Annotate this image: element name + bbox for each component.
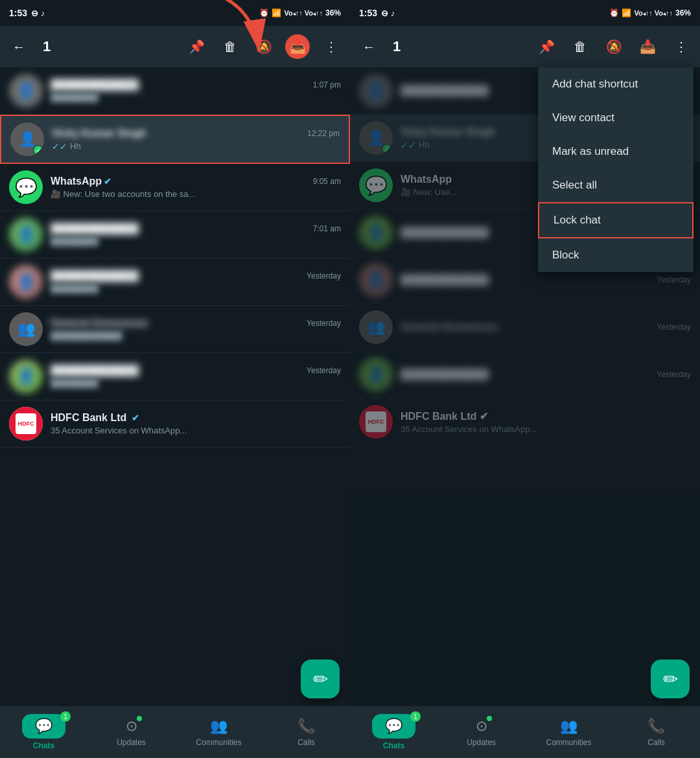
left-panel: 1:53 ⊖ ♪ ⏰ 📶 Vo₄↑↑ Vo₄↑↑ 36% ← 1 📌 🗑 🔕 📥 xyxy=(0,0,350,758)
chat-item[interactable]: 👤 ████████████ 7:01 am ████████ xyxy=(0,211,350,258)
left-status-left: 1:53 ⊖ ♪ xyxy=(9,8,45,18)
chat-content: ████████████ Yesterday xyxy=(401,274,691,286)
chat-name: ████████████ xyxy=(51,365,139,376)
lock-chat-label: Lock chat xyxy=(554,214,601,226)
chat-name: HDFC Bank Ltd ✔ xyxy=(401,410,488,422)
right-back-button[interactable]: ← xyxy=(356,34,381,59)
chat-item[interactable]: 👤 ████████████ 1:07 pm ████████ xyxy=(0,67,350,115)
chat-item-selected[interactable]: 👤 ✓ Vicky Kumar Singh 12:22 pm ✓✓ Hh xyxy=(0,115,350,164)
chat-name: ████████████ xyxy=(401,85,489,97)
right-archive-button[interactable]: 📥 xyxy=(635,34,660,59)
communities-icon: 👥 xyxy=(210,717,228,735)
menu-lock-chat[interactable]: Lock chat xyxy=(538,202,694,238)
chat-item[interactable]: HDFC HDFC Bank Ltd ✔ 35 Account Services… xyxy=(0,400,350,448)
chat-item: HDFC HDFC Bank Ltd ✔ 35 Account Services… xyxy=(350,398,700,446)
chat-header: General Announces Yesterday xyxy=(401,321,691,333)
left-archive-button[interactable]: 📥 xyxy=(285,34,310,59)
menu-select-all[interactable]: Select all xyxy=(538,168,694,202)
chat-header: ████████████ 7:01 am xyxy=(51,223,341,235)
chat-preview-text: 🎥 New: Use... xyxy=(401,187,457,197)
chat-item[interactable]: 💬 WhatsApp✔ 9:05 am 🎥 New: Use two accou… xyxy=(0,164,350,211)
chat-preview-text: ████████ xyxy=(51,378,99,388)
chat-time: Yesterday xyxy=(307,319,341,328)
avatar: 👥 xyxy=(9,312,43,346)
right-updates-label: Updates xyxy=(467,738,496,747)
chat-content: ████████████ 1:07 pm ████████ xyxy=(51,79,341,102)
left-back-button[interactable]: ← xyxy=(6,34,31,59)
avatar: 👥 xyxy=(359,310,393,344)
chat-content: General Announces Yesterday xyxy=(401,321,691,333)
chat-header: HDFC Bank Ltd ✔ xyxy=(51,412,341,424)
right-nav-chats[interactable]: 💬 1 Chats xyxy=(350,709,438,755)
avatar-badge: ✓ xyxy=(33,145,43,155)
right-panel: 1:53 ⊖ ♪ ⏰ 📶 Vo₄↑↑ Vo₄↑↑ 36% ← 1 📌 🗑 🔕 📥 xyxy=(350,0,700,758)
view-contact-label: View contact xyxy=(552,111,614,124)
verified-badge: ✔ xyxy=(104,176,111,187)
group-icon: 👥 xyxy=(18,321,35,338)
chat-item[interactable]: 👤 ████████████ Yesterday ████████ xyxy=(0,353,350,400)
right-nav-communities[interactable]: 👥 Communities xyxy=(525,712,612,752)
chats-label: Chats xyxy=(33,741,54,750)
whatsapp-icon: 💬 xyxy=(365,175,388,196)
block-label: Block xyxy=(552,249,579,261)
right-nav-calls[interactable]: 📞 Calls xyxy=(612,712,700,752)
chat-content: HDFC Bank Ltd ✔ 35 Account Services on W… xyxy=(401,410,691,434)
chat-item[interactable]: 👤 ████████████ Yesterday ████████ xyxy=(0,258,350,306)
menu-block[interactable]: Block xyxy=(538,238,694,272)
right-compose-fab[interactable]: ✏ xyxy=(651,660,690,698)
right-mute-button[interactable]: 🔕 xyxy=(601,34,626,59)
chat-content: ████████████ Yesterday ████████ xyxy=(51,270,341,293)
chat-name: ████████████ xyxy=(51,223,139,235)
left-status-right: ⏰ 📶 Vo₄↑↑ Vo₄↑↑ 36% xyxy=(259,8,341,17)
chat-item: 👤 ████████████ Yesterday xyxy=(350,351,700,398)
right-more-button[interactable]: ⋮ xyxy=(669,34,694,59)
chat-content: General Announces Yesterday ████████████ xyxy=(51,317,341,341)
avatar-icon: 👤 xyxy=(368,271,385,288)
chat-time: 9:05 am xyxy=(313,177,341,186)
avatar-icon: 👤 xyxy=(368,366,385,383)
left-archive-icon: 📥 xyxy=(290,39,306,54)
menu-mark-unread[interactable]: Mark as unread xyxy=(538,135,694,168)
avatar-icon: 👤 xyxy=(18,82,35,99)
verified-badge: ✔ xyxy=(132,413,139,423)
right-nav-updates[interactable]: ⊙ Updates xyxy=(438,712,525,752)
chat-header: ████████████ Yesterday xyxy=(401,369,691,380)
chat-name: ████████████ xyxy=(51,79,139,91)
left-toolbar: ← 1 📌 🗑 🔕 📥 ⋮ xyxy=(0,26,350,67)
nav-item-updates[interactable]: ⊙ Updates xyxy=(88,712,175,752)
chat-name: ████████████ xyxy=(51,270,139,282)
chat-preview: 🎥 New: Use two accounts on the sa... xyxy=(51,189,341,199)
right-pin-button[interactable]: 📌 xyxy=(534,34,559,59)
left-mute-button[interactable]: 🔕 xyxy=(251,34,276,59)
menu-add-shortcut[interactable]: Add chat shortcut xyxy=(538,67,694,101)
chat-item[interactable]: 👥 General Announces Yesterday ██████████… xyxy=(0,306,350,353)
left-delete-icon: 🗑 xyxy=(224,40,237,54)
menu-view-contact[interactable]: View contact xyxy=(538,101,694,135)
left-bottom-nav: 💬 1 Chats ⊙ Updates 👥 Communities 📞 Call… xyxy=(0,706,350,758)
chat-preview: ████████ xyxy=(51,93,341,102)
chat-time: 1:07 pm xyxy=(313,80,341,89)
left-status-bar: 1:53 ⊖ ♪ ⏰ 📶 Vo₄↑↑ Vo₄↑↑ 36% xyxy=(0,0,350,26)
left-back-icon: ← xyxy=(12,40,25,54)
left-pin-button[interactable]: 📌 xyxy=(184,34,209,59)
avatar: 👤 xyxy=(359,358,393,391)
right-selection-count: 1 xyxy=(393,38,401,55)
right-delete-button[interactable]: 🗑 xyxy=(568,34,592,59)
compose-fab[interactable]: ✏ xyxy=(301,660,340,698)
avatar: 👤 xyxy=(359,74,393,108)
right-battery: 36% xyxy=(675,8,691,17)
avatar: 👤 xyxy=(9,265,43,299)
left-delete-button[interactable]: 🗑 xyxy=(218,34,242,59)
chat-preview-text: ████████ xyxy=(51,93,99,102)
nav-item-calls[interactable]: 📞 Calls xyxy=(262,712,350,752)
chat-preview-text: 35 Account Services on WhatsApp... xyxy=(401,424,537,434)
right-toolbar: ← 1 📌 🗑 🔕 📥 ⋮ xyxy=(350,26,700,67)
nav-item-communities[interactable]: 👥 Communities xyxy=(175,712,262,752)
right-delete-icon: 🗑 xyxy=(574,40,587,54)
nav-item-chats[interactable]: 💬 1 Chats xyxy=(0,709,88,755)
right-time: 1:53 xyxy=(359,8,377,18)
right-chats-badge: 1 xyxy=(410,711,421,722)
chat-preview-text: 35 Account Services on WhatsApp... xyxy=(51,426,187,435)
avatar: 👤 xyxy=(9,218,43,251)
left-more-button[interactable]: ⋮ xyxy=(319,34,344,59)
